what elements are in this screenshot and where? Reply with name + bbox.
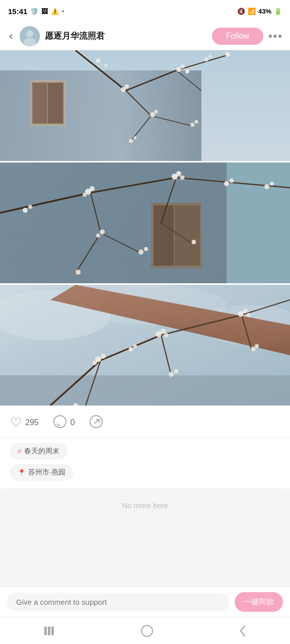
battery-icon: 🔋 — [274, 8, 282, 15]
back-icon — [238, 624, 248, 638]
svg-point-56 — [100, 229, 105, 234]
svg-point-61 — [192, 240, 196, 245]
svg-point-1 — [26, 30, 33, 37]
svg-point-17 — [125, 85, 129, 89]
svg-point-31 — [104, 64, 108, 67]
svg-point-92 — [251, 347, 256, 352]
bottom-nav-menu-button[interactable] — [32, 621, 66, 640]
follow-button[interactable]: Follow — [212, 28, 263, 45]
svg-point-54 — [176, 171, 181, 176]
svg-point-22 — [155, 110, 158, 114]
share-action[interactable] — [89, 415, 103, 431]
actions-row: ♡ 295 0 — [0, 406, 290, 438]
location-icon: 📍 — [18, 469, 26, 476]
bottom-nav-back-button[interactable] — [228, 620, 258, 642]
mute-icon: 🔇 — [237, 8, 245, 15]
post-image-2 — [0, 163, 290, 285]
back-button[interactable]: ‹ — [7, 28, 15, 45]
svg-point-57 — [96, 233, 100, 237]
status-left: 15:41 🛡️ 🖼 ⚠️ • — [8, 7, 64, 16]
hashtag-prefix: # — [18, 447, 22, 455]
no-more-label: No more here — [0, 489, 290, 520]
svg-point-96 — [133, 344, 137, 348]
svg-point-25 — [129, 139, 133, 143]
svg-point-27 — [204, 57, 208, 61]
post-images — [0, 50, 290, 406]
svg-point-60 — [76, 270, 81, 275]
share-icon — [89, 415, 103, 431]
svg-point-66 — [264, 184, 269, 189]
status-photo-icon: 🖼 — [41, 8, 48, 15]
nav-left: ‹ 愿逐月华流照君 — [7, 26, 105, 46]
like-count: 295 — [25, 418, 39, 427]
svg-point-30 — [96, 58, 100, 62]
svg-point-87 — [238, 311, 244, 317]
status-right: 🔇 📶 43% 🔋 — [237, 8, 282, 15]
battery-text: 43% — [258, 8, 271, 15]
svg-point-84 — [156, 331, 162, 337]
svg-point-86 — [164, 333, 169, 338]
svg-point-103 — [141, 625, 153, 636]
hashtag-label: 春天的周末 — [24, 447, 59, 456]
svg-point-55 — [180, 176, 185, 180]
comment-input[interactable] — [7, 593, 230, 611]
status-dot: • — [62, 9, 64, 14]
top-nav: ‹ 愿逐月华流照君 Follow ••• — [0, 22, 290, 50]
svg-point-51 — [90, 186, 95, 191]
svg-point-89 — [247, 313, 251, 317]
svg-point-64 — [224, 181, 229, 186]
svg-point-21 — [150, 112, 155, 117]
svg-point-62 — [23, 208, 28, 213]
nav-right: Follow ••• — [212, 28, 283, 45]
menu-icon — [42, 625, 56, 636]
one-click-button[interactable]: 一键同款 — [235, 592, 283, 612]
comment-count: 0 — [70, 418, 75, 427]
svg-point-29 — [226, 52, 230, 57]
svg-point-26 — [133, 136, 136, 139]
svg-rect-100 — [44, 626, 47, 635]
svg-point-67 — [270, 182, 274, 186]
svg-point-63 — [28, 205, 32, 209]
svg-point-28 — [209, 55, 212, 58]
post-image-3 — [0, 285, 290, 406]
svg-point-18 — [176, 67, 181, 72]
svg-point-95 — [129, 347, 133, 352]
svg-point-58 — [138, 250, 143, 255]
svg-line-99 — [94, 420, 99, 424]
svg-point-65 — [230, 179, 234, 183]
avatar-image — [20, 26, 40, 46]
bottom-nav — [0, 617, 290, 644]
comment-bar: 一键同款 — [0, 587, 290, 617]
more-options-button[interactable]: ••• — [268, 30, 283, 43]
avatar — [20, 26, 40, 46]
svg-point-82 — [101, 354, 106, 359]
svg-point-16 — [121, 87, 126, 92]
status-bar: 15:41 🛡️ 🖼 ⚠️ • 🔇 📶 43% 🔋 — [0, 0, 290, 22]
svg-rect-40 — [175, 205, 200, 266]
location-label: 苏州市·燕园 — [28, 468, 65, 477]
like-action[interactable]: ♡ 295 — [10, 416, 39, 429]
svg-point-24 — [195, 120, 198, 124]
svg-point-52 — [83, 193, 87, 197]
svg-rect-102 — [51, 626, 54, 635]
svg-point-59 — [144, 247, 148, 251]
status-shield-icon: 🛡️ — [30, 8, 38, 15]
bottom-nav-home-button[interactable] — [130, 620, 164, 641]
svg-point-90 — [169, 372, 174, 377]
svg-point-88 — [243, 309, 248, 313]
comment-action[interactable]: 0 — [53, 415, 75, 431]
location-chip[interactable]: 📍 苏州市·燕园 — [10, 464, 73, 480]
comment-icon — [53, 415, 67, 431]
status-warning-icon: ⚠️ — [51, 8, 59, 15]
svg-point-19 — [181, 64, 185, 68]
svg-rect-73 — [0, 375, 290, 406]
svg-point-85 — [161, 329, 166, 334]
svg-point-83 — [93, 361, 97, 365]
tags-section: # 春天的周末 📍 苏州市·燕园 — [0, 438, 290, 489]
status-time: 15:41 — [8, 7, 27, 16]
hashtag-chip[interactable]: # 春天的周末 — [10, 443, 67, 459]
spacer — [0, 520, 290, 580]
home-icon — [140, 624, 154, 637]
post-image-1 — [0, 50, 290, 163]
svg-point-91 — [174, 369, 178, 373]
